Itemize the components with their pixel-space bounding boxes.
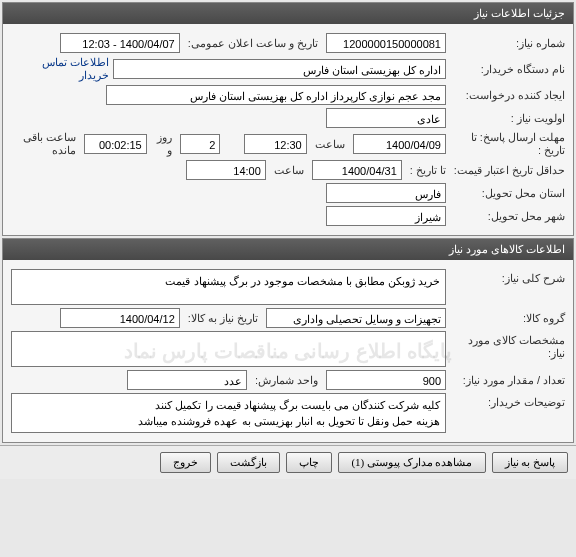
days-remaining-field: 2 <box>180 134 220 154</box>
notes-field: کلیه شرکت کنندگان می بایست برگ پیشنهاد ق… <box>11 393 446 433</box>
buyer-contact-link[interactable]: اطلاعات تماس خریدار <box>11 56 109 82</box>
time-label-1: ساعت <box>311 138 349 151</box>
deadline-date-field: 1400/04/09 <box>353 134 446 154</box>
notes-label: توضیحات خریدار: <box>450 393 565 409</box>
qty-field: 900 <box>326 370 446 390</box>
remaining-label: ساعت باقی مانده <box>11 131 80 157</box>
specs-field <box>11 331 446 367</box>
province-field: فارس <box>326 183 446 203</box>
time-label-2: ساعت <box>270 164 308 177</box>
unit-field: عدد <box>127 370 247 390</box>
pub-datetime-label: تاریخ و ساعت اعلان عمومی: <box>184 37 322 50</box>
need-details-panel: جزئیات اطلاعات نیاز شماره نیاز: 12000001… <box>2 2 574 236</box>
deadline-time-field: 12:30 <box>244 134 307 154</box>
unit-label: واحد شمارش: <box>251 374 322 387</box>
countdown-field: 00:02:15 <box>84 134 147 154</box>
deadline-label: مهلت ارسال پاسخ: تا تاریخ : <box>450 131 565 157</box>
return-button[interactable]: بازگشت <box>217 452 280 473</box>
respond-button[interactable]: پاسخ به نیاز <box>492 452 569 473</box>
province-label: استان محل تحویل: <box>450 187 565 200</box>
to-date-label-2: تا تاریخ : <box>406 164 450 177</box>
pub-datetime-field: 1400/04/07 - 12:03 <box>60 33 180 53</box>
exit-button[interactable]: خروج <box>160 452 211 473</box>
need-by-field: 1400/04/12 <box>60 308 180 328</box>
panel1-body: شماره نیاز: 1200000150000081 تاریخ و ساع… <box>3 24 573 235</box>
priority-label: اولویت نیاز : <box>450 112 565 125</box>
desc-field: خرید ژوبکن مطابق با مشخصات موجود در برگ … <box>11 269 446 305</box>
print-button[interactable]: چاپ <box>286 452 332 473</box>
days-label: روز و <box>151 131 176 157</box>
action-bar: پاسخ به نیاز مشاهده مدارک پیوستی (1) چاپ… <box>0 445 576 479</box>
requester-label: ایجاد کننده درخواست: <box>450 89 565 102</box>
panel2-body: پایگاه اطلاع رسانی مناقصات پارس نماد شرح… <box>3 260 573 442</box>
group-field: تجهیزات و وسایل تحصیلی واداری <box>266 308 446 328</box>
desc-label: شرح کلی نیاز: <box>450 269 565 285</box>
panel1-header: جزئیات اطلاعات نیاز <box>3 3 573 24</box>
need-number-label: شماره نیاز: <box>450 37 565 50</box>
validity-label: حداقل تاریخ اعتبار قیمت: <box>450 164 565 176</box>
need-number-field: 1200000150000081 <box>326 33 446 53</box>
group-label: گروه کالا: <box>450 312 565 325</box>
city-label: شهر محل تحویل: <box>450 210 565 223</box>
attachments-button[interactable]: مشاهده مدارک پیوستی (1) <box>338 452 485 473</box>
city-field: شیراز <box>326 206 446 226</box>
buyer-org-field: اداره کل بهزیستی استان فارس <box>113 59 446 79</box>
panel2-header: اطلاعات کالاهای مورد نیاز <box>3 239 573 260</box>
specs-label: مشخصات کالای مورد نیاز: <box>450 331 565 360</box>
qty-label: تعداد / مقدار مورد نیاز: <box>450 374 565 387</box>
buyer-org-label: نام دستگاه خریدار: <box>450 63 565 76</box>
validity-time-field: 14:00 <box>186 160 266 180</box>
need-by-label: تاریخ نیاز به کالا: <box>184 312 262 325</box>
requester-field: مجد عجم نوازی کارپرداز اداره کل بهزیستی … <box>106 85 446 105</box>
goods-info-panel: اطلاعات کالاهای مورد نیاز پایگاه اطلاع ر… <box>2 238 574 443</box>
validity-date-field: 1400/04/31 <box>312 160 402 180</box>
priority-field: عادی <box>326 108 446 128</box>
